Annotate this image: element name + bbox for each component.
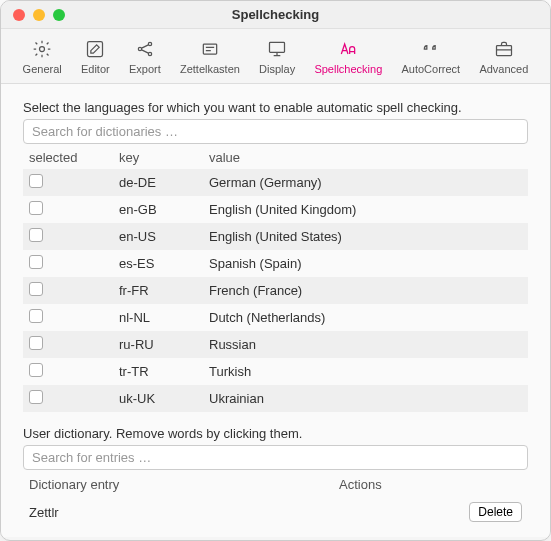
svg-point-0 (40, 47, 45, 52)
tab-label: General (23, 63, 62, 75)
preferences-toolbar: General Editor Export Zettelkasten Displ… (1, 29, 550, 84)
dict-value: German (Germany) (203, 169, 528, 196)
dict-key: en-US (113, 223, 203, 250)
dict-key: es-ES (113, 250, 203, 277)
dict-value: Spanish (Spain) (203, 250, 528, 277)
aa-icon (338, 39, 358, 59)
dict-value: Ukrainian (203, 385, 528, 412)
dict-value: French (France) (203, 277, 528, 304)
titlebar: Spellchecking (1, 1, 550, 29)
svg-rect-6 (270, 42, 285, 52)
tab-label: Advanced (479, 63, 528, 75)
dict-key: fr-FR (113, 277, 203, 304)
delete-button[interactable]: Delete (469, 502, 522, 522)
table-row: es-ESSpanish (Spain) (23, 250, 528, 277)
table-row: ru-RURussian (23, 331, 528, 358)
dict-value: Russian (203, 331, 528, 358)
quotes-icon (421, 39, 441, 59)
dictionary-checkbox[interactable] (29, 255, 43, 269)
preferences-window: Spellchecking General Editor Export Zett… (0, 0, 551, 541)
dict-key: de-DE (113, 169, 203, 196)
tab-label: AutoCorrect (401, 63, 460, 75)
dictionary-checkbox[interactable] (29, 201, 43, 215)
table-row: en-GBEnglish (United Kingdom) (23, 196, 528, 223)
table-row: fr-FRFrench (France) (23, 277, 528, 304)
tab-export[interactable]: Export (125, 37, 165, 77)
tab-autocorrect[interactable]: AutoCorrect (397, 37, 464, 77)
dict-value: English (United Kingdom) (203, 196, 528, 223)
dictionary-checkbox[interactable] (29, 282, 43, 296)
tab-spellchecking[interactable]: Spellchecking (310, 37, 386, 77)
table-row: ZettlrDelete (23, 497, 528, 527)
close-window-button[interactable] (13, 9, 25, 21)
col-value: value (203, 146, 528, 169)
window-title: Spellchecking (1, 7, 550, 22)
tab-zettelkasten[interactable]: Zettelkasten (176, 37, 244, 77)
svg-rect-7 (496, 46, 511, 56)
dictionary-checkbox[interactable] (29, 174, 43, 188)
col-entry: Dictionary entry (23, 472, 333, 497)
traffic-lights (1, 9, 65, 21)
tab-general[interactable]: General (19, 37, 66, 77)
tab-editor[interactable]: Editor (77, 37, 114, 77)
svg-rect-5 (203, 44, 216, 54)
card-icon (200, 39, 220, 59)
dictionary-checkbox[interactable] (29, 309, 43, 323)
userdict-table: Dictionary entry Actions ZettlrDelete (23, 472, 528, 527)
content-area: Select the languages for which you want … (1, 84, 550, 537)
svg-point-3 (148, 42, 151, 45)
col-key: key (113, 146, 203, 169)
userdict-entry[interactable]: Zettlr (23, 497, 333, 527)
dict-value: Dutch (Netherlands) (203, 304, 528, 331)
tab-label: Spellchecking (314, 63, 382, 75)
col-selected: selected (23, 146, 113, 169)
table-row: tr-TRTurkish (23, 358, 528, 385)
dict-value: English (United States) (203, 223, 528, 250)
minimize-window-button[interactable] (33, 9, 45, 21)
dictionary-checkbox[interactable] (29, 228, 43, 242)
svg-rect-1 (88, 42, 103, 57)
tab-label: Editor (81, 63, 110, 75)
tab-display[interactable]: Display (255, 37, 299, 77)
dict-value: Turkish (203, 358, 528, 385)
dict-key: tr-TR (113, 358, 203, 385)
table-row: uk-UKUkrainian (23, 385, 528, 412)
svg-point-2 (138, 47, 141, 50)
table-row: nl-NLDutch (Netherlands) (23, 304, 528, 331)
monitor-icon (267, 39, 287, 59)
dict-key: uk-UK (113, 385, 203, 412)
userdict-search-input[interactable] (23, 445, 528, 470)
briefcase-icon (494, 39, 514, 59)
svg-point-4 (148, 52, 151, 55)
gear-icon (32, 39, 52, 59)
table-row: en-USEnglish (United States) (23, 223, 528, 250)
dictionary-table: selected key value de-DEGerman (Germany)… (23, 146, 528, 412)
tab-label: Zettelkasten (180, 63, 240, 75)
pencil-square-icon (85, 39, 105, 59)
zoom-window-button[interactable] (53, 9, 65, 21)
dictionary-checkbox[interactable] (29, 336, 43, 350)
dict-key: nl-NL (113, 304, 203, 331)
col-actions: Actions (333, 472, 528, 497)
tab-label: Display (259, 63, 295, 75)
dictionary-checkbox[interactable] (29, 390, 43, 404)
share-icon (135, 39, 155, 59)
dict-key: ru-RU (113, 331, 203, 358)
tab-advanced[interactable]: Advanced (475, 37, 532, 77)
dict-key: en-GB (113, 196, 203, 223)
tab-label: Export (129, 63, 161, 75)
spellcheck-instruction: Select the languages for which you want … (23, 100, 528, 115)
dictionary-checkbox[interactable] (29, 363, 43, 377)
dictionary-search-input[interactable] (23, 119, 528, 144)
table-row: de-DEGerman (Germany) (23, 169, 528, 196)
userdict-instruction: User dictionary. Remove words by clickin… (23, 426, 528, 441)
